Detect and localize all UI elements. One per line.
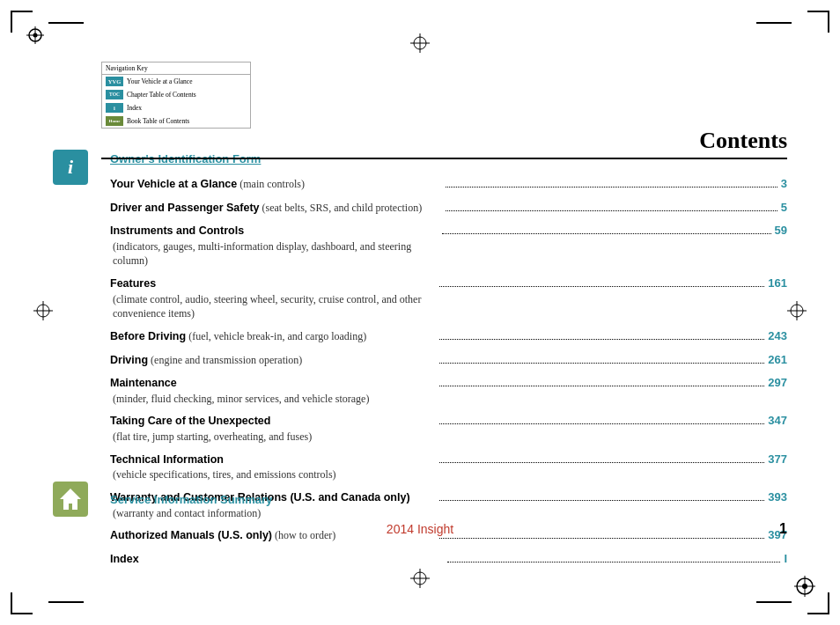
toc-entry[interactable]: IndexI	[110, 551, 787, 568]
toc-chapter: Instruments and Controls	[110, 224, 244, 239]
toc-desc: (climate control, audio, steering wheel,…	[113, 292, 436, 322]
contents-title: Contents	[101, 128, 787, 159]
nav-key-item-toc: TOC Chapter Table of Contents	[102, 88, 250, 101]
nav-key-label-idx: Index	[127, 104, 142, 112]
nav-key-item-yvg: YVG Your Vehicle at a Glance	[102, 75, 250, 88]
nav-key-label-yvg: Your Vehicle at a Glance	[127, 77, 193, 85]
toc-chapter: Your Vehicle at a Glance	[110, 177, 237, 193]
badge-home: Home	[106, 116, 123, 126]
toc-desc: (warranty and contact information)	[113, 506, 261, 521]
toc-page: I	[784, 551, 787, 567]
toc-page: 377	[768, 452, 787, 467]
toc-dots	[446, 210, 777, 211]
toc-entry[interactable]: Taking Care of the Unexpected (flat tire…	[110, 413, 787, 444]
toc-dots	[442, 233, 770, 234]
toc-desc: (engine and transmission operation)	[151, 353, 302, 368]
nav-key-box: Navigation Key YVG Your Vehicle at a Gla…	[101, 62, 251, 129]
toc-entry[interactable]: Driver and Passenger Safety (seat belts,…	[110, 200, 787, 217]
circle-mark-br	[794, 576, 815, 600]
toc-page: 297	[768, 375, 787, 391]
toc-dots	[439, 462, 765, 463]
home-icon	[53, 482, 88, 517]
line-mark-bottom-left	[48, 601, 84, 603]
toc-chapter: Technical Information	[110, 452, 224, 468]
toc-chapter: Index	[110, 552, 139, 568]
toc-page: 59	[775, 223, 787, 239]
toc-page: 393	[768, 489, 787, 505]
crosshair-top	[410, 33, 430, 56]
nav-key-item-home: Home Book Table of Contents	[102, 114, 250, 128]
toc-desc: (indicators, gauges, multi-information d…	[113, 239, 438, 269]
toc-chapter: Before Driving	[110, 329, 186, 345]
toc-entry[interactable]: Features (climate control, audio, steeri…	[110, 276, 787, 321]
toc-dots	[439, 363, 765, 364]
corner-bracket-tr	[807, 11, 829, 33]
toc-entry[interactable]: Instruments and Controls (indicators, ga…	[110, 223, 787, 268]
toc-desc: (main controls)	[239, 177, 305, 192]
badge-idx: i	[106, 103, 123, 113]
nav-key-label-home: Book Table of Contents	[127, 117, 189, 125]
toc-desc: (seat belts, SRS, and child protection)	[262, 201, 423, 216]
toc-dots	[439, 500, 765, 501]
toc-page: 5	[781, 200, 787, 216]
service-info-link[interactable]: Service Information Summary	[110, 493, 272, 506]
crosshair-left	[33, 301, 53, 324]
circle-mark-tl	[25, 25, 46, 49]
toc-dots	[439, 339, 765, 340]
toc-entry[interactable]: Before Driving (fuel, vehicle break-in, …	[110, 328, 787, 345]
line-mark-top-left	[48, 22, 84, 24]
toc-chapter: Driving	[110, 353, 148, 369]
nav-key-item-idx: i Index	[102, 101, 250, 114]
bottom-bar: 2014 Insight 1	[53, 521, 787, 537]
corner-bracket-bl	[11, 592, 33, 614]
toc-dots	[446, 187, 777, 188]
toc-page: 347	[768, 413, 787, 429]
toc-dots	[439, 538, 765, 539]
toc-chapter: Driver and Passenger Safety	[110, 201, 260, 217]
toc-entries: Your Vehicle at a Glance (main controls)…	[110, 176, 787, 574]
toc-dots	[439, 286, 765, 287]
toc-desc: (minder, fluid checking, minor services,…	[113, 392, 369, 407]
toc-desc: (vehicle specifications, tires, and emis…	[113, 467, 336, 482]
info-icon: i	[53, 150, 88, 185]
toc-entry[interactable]: Your Vehicle at a Glance (main controls)…	[110, 176, 787, 193]
toc-entry[interactable]: Driving (engine and transmission operati…	[110, 352, 787, 369]
toc-entry[interactable]: Maintenance (minder, fluid checking, min…	[110, 375, 787, 406]
toc-page: 161	[768, 276, 787, 291]
badge-yvg: YVG	[106, 77, 123, 86]
toc-dots	[447, 562, 781, 562]
toc-desc: (flat tire, jump starting, overheating, …	[113, 430, 312, 445]
toc-desc: (fuel, vehicle break-in, and cargo loadi…	[188, 329, 366, 344]
toc-chapter: Taking Care of the Unexpected	[110, 414, 270, 430]
toc-dots	[439, 423, 765, 424]
toc-chapter: Maintenance	[110, 376, 177, 392]
year-model-label: 2014 Insight	[387, 522, 453, 536]
toc-page: 243	[768, 328, 787, 344]
line-mark-bottom-right	[756, 601, 792, 603]
page-number: 1	[779, 521, 787, 537]
toc-chapter: Features	[110, 276, 156, 292]
crosshair-right	[787, 301, 807, 324]
toc-page: 3	[781, 176, 787, 192]
main-content: Navigation Key YVG Your Vehicle at a Gla…	[101, 62, 787, 563]
badge-toc: TOC	[106, 90, 123, 99]
nav-key-label-toc: Chapter Table of Contents	[127, 91, 196, 99]
line-mark-top-right	[756, 22, 792, 24]
toc-dots	[439, 386, 765, 386]
toc-page: 261	[768, 352, 787, 368]
nav-key-header: Navigation Key	[102, 62, 250, 75]
contents-title-area: Contents	[101, 128, 787, 159]
toc-entry[interactable]: Technical Information (vehicle specifica…	[110, 452, 787, 482]
